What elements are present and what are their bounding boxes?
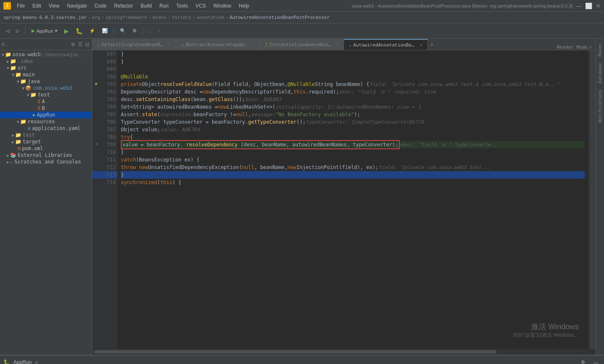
code-line-698: } [121, 58, 585, 65]
back-button[interactable]: ◁ [3, 27, 12, 34]
menu-build[interactable]: Build [137, 2, 155, 10]
close-button[interactable]: ✕ [596, 3, 601, 9]
minimize-button[interactable]: — [576, 3, 582, 9]
profile-button[interactable]: 📊 [99, 27, 110, 34]
menu-run[interactable]: Run [156, 2, 172, 10]
menu-code[interactable]: Code [91, 2, 110, 10]
tree-pom[interactable]: m pom.xml [0, 145, 92, 152]
sidebar-collapse-icon[interactable]: ⊟ [84, 41, 90, 48]
tree-main[interactable]: ▼ 📁 main [0, 71, 92, 78]
code-content[interactable]: } } @Nullable private Object resolveFiel… [117, 50, 588, 349]
breadcrumb-part-2[interactable]: springframework [106, 15, 147, 20]
tree-scratches[interactable]: ▶ ✏ Scratches and Consoles [0, 159, 92, 165]
tab-instantiation-aware[interactable]: I InstantiationAwareBeanPostProcessor.ja… [260, 39, 344, 50]
code-line-713: } [121, 171, 585, 179]
debug-button[interactable]: 🐛 [73, 27, 85, 35]
tree-class-b[interactable]: C B [0, 105, 92, 112]
tree-package[interactable]: ▼ 📦 com.ossa.web3 [0, 85, 92, 91]
tabs-more-button[interactable]: » [428, 42, 436, 47]
ln-712: 712 [92, 164, 117, 171]
idea-folder-icon: 📁 [10, 58, 16, 64]
debug-settings-button[interactable]: ⚙ [578, 359, 588, 364]
maximize-button[interactable]: ⬜ [585, 3, 592, 9]
tab-label-2: InstantiationAwareBeanPostProcessor.java [269, 42, 332, 47]
run-config-selector[interactable]: ▶ AppRun ▾ [29, 27, 60, 34]
ln-701: ◆701 [92, 81, 117, 88]
tab-close-0[interactable]: ✕ [168, 42, 171, 47]
tree-apprun[interactable]: ▶ AppRun [0, 112, 92, 118]
git-push-button[interactable]: ↑ [155, 28, 163, 34]
tree-test-dir[interactable]: ▶ 📁 test [0, 132, 92, 138]
ln-705: 705 [92, 111, 117, 118]
window-title: ossa-web3 - AutowiredAnnotationBeanPostP… [352, 3, 573, 8]
ln-697: 697 [92, 50, 117, 58]
breadcrumb-part-6[interactable]: AutowiredAnnotationBeanPostProcessor [229, 15, 329, 20]
maven-tab[interactable]: Maven [597, 42, 603, 58]
src-label: src [18, 65, 27, 71]
tab-close-3[interactable]: ✕ [419, 42, 422, 48]
menu-edit[interactable]: Edit [29, 2, 44, 10]
search-everywhere-button[interactable]: 🔍 [117, 27, 128, 34]
tree-src[interactable]: ▼ 📁 src [0, 65, 92, 71]
project-tree: ▼ 📁 ossa-web3 C:\Users\sunjin... ▶ 📁 .id… [0, 50, 92, 355]
git-update-button[interactable]: ↓ [146, 28, 154, 34]
sidebar-title: P... [2, 42, 8, 47]
menu-vcs[interactable]: VCS [192, 2, 209, 10]
breadcrumb-part-5[interactable]: annotation [197, 15, 224, 20]
tree-project-root[interactable]: ▼ 📁 ossa-web3 C:\Users\sunjin... [0, 51, 92, 58]
reader-mode-button[interactable]: Reader Mode [557, 44, 588, 50]
sidebar-gear-icon[interactable]: ⚙ [70, 41, 76, 48]
breadcrumb-part-0[interactable]: spring-beans-6.0.3-sources.jar [3, 15, 87, 20]
settings-button[interactable]: ⚙ [130, 27, 139, 34]
horizontal-scrollbar[interactable] [92, 349, 596, 355]
tree-resources[interactable]: ▼ 📁 resources [0, 118, 92, 125]
breadcrumb-part-4[interactable]: factory [172, 15, 191, 20]
tree-application-yaml[interactable]: ⚙ application.yaml [0, 125, 92, 132]
code-line-714: synchronized ( this ) { [121, 179, 585, 186]
tab-close-2[interactable]: ✕ [336, 42, 338, 47]
tree-java[interactable]: ▼ 📁 java [0, 78, 92, 85]
forward-button[interactable]: ▷ [13, 27, 22, 34]
sidebar-scroll-icon[interactable]: ☰ [77, 41, 83, 48]
menu-view[interactable]: View [45, 2, 63, 10]
right-panel-tabs: Maven Database Notifications [596, 39, 604, 355]
menu-bar: J File Edit View Navigate Code Refactor … [0, 0, 604, 12]
tree-idea[interactable]: ▶ 📁 .idea [0, 58, 92, 65]
coverage-button[interactable]: ⚡ [87, 27, 98, 34]
tab-abstract-autowire[interactable]: ☕ AbstractAutowireCapableBeanFactory.jav… [176, 39, 260, 50]
menu-help[interactable]: Help [235, 2, 253, 10]
breadcrumb-part-3[interactable]: beans [153, 15, 167, 20]
menu-tools[interactable]: Tools [173, 2, 191, 10]
code-line-700: @Nullable [121, 73, 585, 81]
java-file-icon: ☕ [97, 42, 100, 47]
debug-close-icon[interactable]: ✕ [35, 359, 38, 364]
editor-scrollbar[interactable] [590, 50, 596, 349]
resources-folder-icon: 📁 [20, 119, 26, 125]
code-line-705: Assert. state ( expression: beanFactory … [121, 111, 585, 118]
libs-icon: 📚 [10, 152, 16, 158]
tree-arrow-icon: ▼ [7, 66, 9, 70]
code-line-704: Set<String> autowiredBeanNames = new Lin… [121, 103, 585, 111]
run-config-tree-icon: ▶ [33, 112, 36, 118]
run-button[interactable]: ▶ [62, 27, 71, 35]
menu-window[interactable]: Window [210, 2, 235, 10]
ln-714: 714 [92, 179, 117, 186]
notifications-tab[interactable]: Notifications [597, 88, 603, 124]
tree-target[interactable]: ▶ 📁 target [0, 138, 92, 145]
tab-close-1[interactable]: ✕ [252, 42, 255, 47]
menu-file[interactable]: File [13, 2, 28, 10]
breadcrumb-part-1[interactable]: org [92, 15, 100, 20]
debug-minimize-button[interactable]: — [591, 359, 601, 364]
tab-autowired-annotation[interactable]: ☕ AutowiredAnnotationBeanPostProcessor.j… [344, 39, 428, 50]
menu-navigate[interactable]: Navigate [64, 2, 90, 10]
line-number-gutter: 697 698 699 700 ◆701 702 703 704 705 706… [92, 50, 117, 349]
tree-class-a[interactable]: C A [0, 98, 92, 105]
tree-test-pkg[interactable]: ▼ 📁 test [0, 91, 92, 98]
menu-refactor[interactable]: Refactor [111, 2, 136, 10]
tree-ext-libs[interactable]: ▶ 📚 External Libraries [0, 152, 92, 159]
tab-default-singleton[interactable]: ☕ DefaultSingletonBeanRegistry.java ✕ [92, 39, 176, 50]
database-tab[interactable]: Database [597, 61, 603, 85]
project-path: C:\Users\sunjin... [40, 52, 85, 57]
tab-label-1: AbstractAutowireCapableBeanFactory.java [185, 42, 248, 47]
main-folder-icon: 📁 [15, 72, 21, 78]
